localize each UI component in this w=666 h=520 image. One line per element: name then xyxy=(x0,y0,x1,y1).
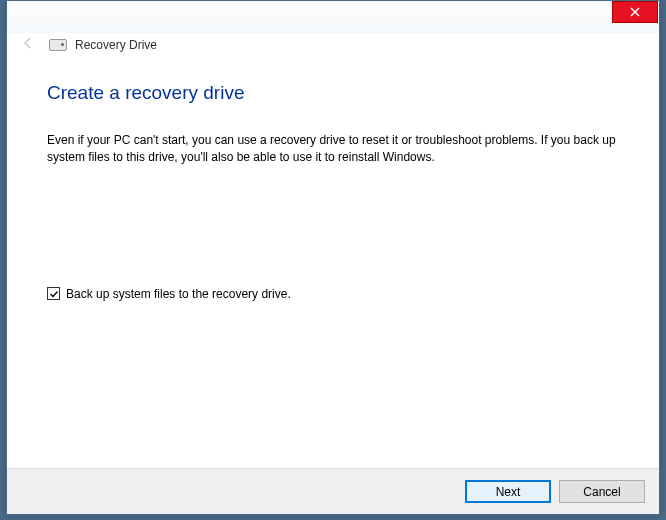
footer: Next Cancel xyxy=(7,468,659,514)
drive-icon xyxy=(49,39,67,51)
next-button[interactable]: Next xyxy=(465,480,551,503)
close-icon xyxy=(630,7,640,17)
page-description: Even if your PC can't start, you can use… xyxy=(47,132,617,167)
content-area: Create a recovery drive Even if your PC … xyxy=(7,64,659,472)
cancel-button[interactable]: Cancel xyxy=(559,480,645,503)
back-arrow-icon xyxy=(21,36,35,54)
checkbox-label: Back up system files to the recovery dri… xyxy=(66,287,291,301)
window-title: Recovery Drive xyxy=(75,38,157,52)
titlebar xyxy=(7,1,659,33)
header-row: Recovery Drive xyxy=(7,33,659,64)
page-title: Create a recovery drive xyxy=(47,82,619,104)
checkbox-box xyxy=(47,287,60,300)
checkmark-icon xyxy=(49,289,59,299)
recovery-drive-wizard: Recovery Drive Create a recovery drive E… xyxy=(6,0,660,515)
backup-checkbox[interactable]: Back up system files to the recovery dri… xyxy=(47,287,619,301)
close-button[interactable] xyxy=(612,1,658,23)
